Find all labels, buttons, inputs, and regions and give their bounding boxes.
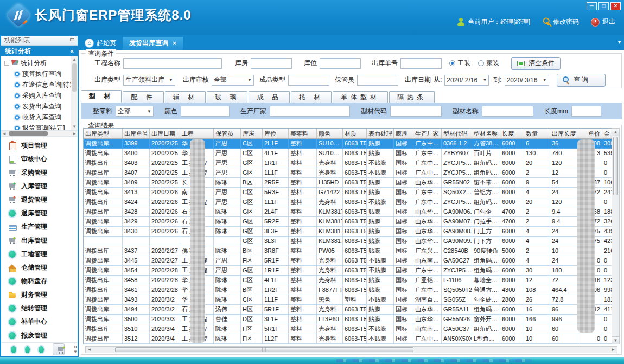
module-shortcut-icon[interactable] [11,346,16,353]
tree-item[interactable]: 在途信息查询[待定] [1,79,71,90]
column-header[interactable]: 生产厂家 [413,129,442,138]
sidebar-module-item[interactable]: 退库管理 [1,207,78,220]
module-shortcut-icon[interactable] [25,346,30,353]
column-header[interactable]: 单价 [578,129,602,138]
date-from-picker[interactable]: 2020/ 2/16 ▼ [444,75,489,86]
table-row[interactable]: 调拨出库 3461 2020/2/28 华 原… 陈琳 B区 1R2F 整料 F… [84,285,612,295]
sidebar-module-item[interactable]: 退货管理 [1,193,78,207]
tree-root-item[interactable]: - 统计分析 [1,58,71,68]
column-header[interactable]: 表面处理 [367,129,394,138]
column-header[interactable]: 型材名称 [472,129,500,138]
order-no-input[interactable] [400,58,442,69]
column-header[interactable]: 库房 [241,129,263,138]
tree-horizontal-scrollbar[interactable]: ◄ ► [1,131,78,137]
change-password-button[interactable]: 修改密码 [542,17,579,27]
product-type-input[interactable] [288,75,329,86]
collapse-icon[interactable]: « [70,47,74,55]
date-to-picker[interactable]: 2020/ 3/16 ▼ [505,75,549,86]
module-shortcut-icon[interactable] [39,346,44,353]
sidebar-module-item[interactable]: 项目管理 [1,139,78,152]
warehouse-input[interactable] [251,58,292,69]
location-input[interactable] [320,58,361,69]
manufacturer-input[interactable] [270,106,350,117]
sidebar-module-item[interactable]: 采购管理 [1,166,78,180]
audit-select[interactable]: 全部 ▼ [212,75,254,86]
tree-item[interactable]: 预算执行查询 [1,68,71,79]
column-header[interactable]: 出库日期 [150,129,180,138]
table-row[interactable]: 调拨出库 3458 2020/2/28 华 原… 陈琳 C区 4L1F 整料 光… [84,276,612,285]
sidebar-module-item[interactable]: 结转管理 [1,302,78,315]
table-row[interactable]: 调拨出库 3409 2020/2/25 长 … 陈琳 B区 2R5F 整料 LI… [84,178,612,188]
tree-vertical-scrollbar[interactable]: ▲ ▼ [71,56,78,130]
column-header[interactable]: 颜色 [317,129,343,138]
table-row[interactable]: 调拨出库 3399 2020/2/25 华 原… 严思 C区 2L1F 整料 S… [84,139,612,149]
clear-conditions-button[interactable]: 清空条件 [511,57,561,70]
column-header[interactable]: 金 [602,129,612,138]
sidebar-module-item[interactable]: 出库管理 [1,234,78,247]
column-header[interactable]: 型材代码 [442,129,472,138]
table-row[interactable]: 调拨出库 3437 2020/2/27 佛 料… 陈琳 B区 3R8F 整料 P… [84,246,612,256]
material-tab[interactable]: 成 品 [249,91,289,103]
scroll-right-icon[interactable]: ► [609,347,617,352]
scroll-left-icon[interactable]: ◄ [86,347,93,352]
column-header[interactable]: 整零料 [289,129,317,138]
tree-item[interactable]: 采购入库查询 [1,90,71,101]
search-button[interactable]: 查 询 [557,74,606,87]
table-row[interactable]: 调拨出库 3494 2020/3/2 石 辉城 汤伟 H区 5R1F 整料 光身… [84,305,612,315]
sidebar-module-item[interactable]: 补单中心 [1,315,78,329]
sidebar-module-item[interactable]: 财务管理 [1,288,78,302]
material-tab[interactable]: 耗 材 [291,91,332,103]
table-row[interactable]: 调拨出库 3429 2020/2/26 石 辉城 陈琳 G区 5R2F 整料 K… [84,217,612,227]
color-input[interactable] [181,106,230,117]
table-hscroll-thumb[interactable] [115,347,413,352]
length-input[interactable] [571,106,601,117]
column-header[interactable]: 出库长度 [550,129,578,138]
tree-hscroll-thumb[interactable] [9,131,48,136]
sidebar-module-item[interactable]: 报废管理 [1,329,78,342]
tab-home[interactable]: 起始页 [79,37,123,50]
material-tab[interactable]: 型 材 [81,90,122,103]
maximize-button[interactable]: □ [598,2,609,10]
table-row[interactable]: 调拨出库 3510 2020/3/4 工 共工程 陈琳 F区 5R1F 整料 光… [84,324,612,334]
radio-jiazhuang[interactable]: 家装 [478,59,499,68]
table-horizontal-scrollbar[interactable]: ◄ ► [85,346,617,353]
scroll-down-icon[interactable]: ▼ [612,336,619,344]
tree-item[interactable]: 退货查询[待定] [1,123,71,131]
column-header[interactable]: 数量 [524,129,550,138]
sidebar-module-item[interactable]: 工地管理 [1,247,78,261]
profile-code-input[interactable] [390,106,442,117]
scroll-up-icon[interactable]: ▲ [612,129,619,136]
scroll-down-icon[interactable]: ▼ [71,124,78,130]
scroll-up-icon[interactable]: ▲ [71,56,78,63]
table-row[interactable]: G区 3L3F 整料 KLM3817 6063-T5 贴膜 国标 山东华… GA… [84,237,612,246]
table-vertical-scrollbar[interactable]: ▲ ▼ [612,128,620,344]
sidebar-module-item[interactable]: 生产管理 [1,220,78,234]
table-row[interactable]: 调拨出库 3400 2020/2/25 华 原… 严思 C区 4L1F 整料 S… [84,149,612,158]
table-vscroll-thumb[interactable] [613,137,618,195]
scroll-right-icon[interactable]: ► [71,131,78,136]
column-header[interactable]: 工程 [180,129,214,138]
sidebar-module-item[interactable]: 物料盘存 [1,274,78,288]
profile-name-input[interactable] [482,106,533,117]
cart-shortcut-button[interactable] [53,343,65,355]
out-type-select[interactable]: 生产领料出库 ▼ [123,75,175,86]
column-header[interactable]: 出库类型 [84,129,123,138]
tree-item[interactable]: 收货入库查询 [1,112,71,123]
tree-vscroll-thumb[interactable] [72,63,77,92]
table-row[interactable]: 调拨出库 3428 2020/2/26 石 辉城 陈琳 G区 2L4F 整料 K… [84,207,612,217]
material-tab[interactable]: 玻 璃 [207,91,247,103]
sidebar-module-item[interactable]: 仓储管理 [1,261,78,274]
material-tab[interactable]: 配 件 [123,91,163,103]
scroll-left-icon[interactable]: ◄ [1,131,8,136]
material-tab[interactable]: 单体型材 [333,91,388,103]
radio-gongzhuang[interactable]: 工装 [449,59,470,68]
column-header[interactable]: 长度 [500,129,524,138]
tree-item[interactable]: 发货出库查询 [1,101,71,112]
tree-expander-icon[interactable]: - [4,61,9,66]
table-row[interactable]: 调拨出库 3454 2020/2/28 工 共工程 严思 G区 1R1F 整料 … [84,266,612,276]
sidebar-module-item[interactable]: 审核中心 [1,152,78,166]
table-row[interactable]: 调拨出库 3493 2020/3/2 华 原… 陈琳 C区 1L1F 整料 黑色… [84,295,612,305]
table-row[interactable]: 调拨出库 3512 2020/3/4 工 共工程 陈琳 F区 1L2F 整料 光… [84,334,612,344]
material-tab[interactable]: 辅 材 [165,91,206,103]
whole-part-select[interactable]: 全部 ▼ [116,106,154,117]
